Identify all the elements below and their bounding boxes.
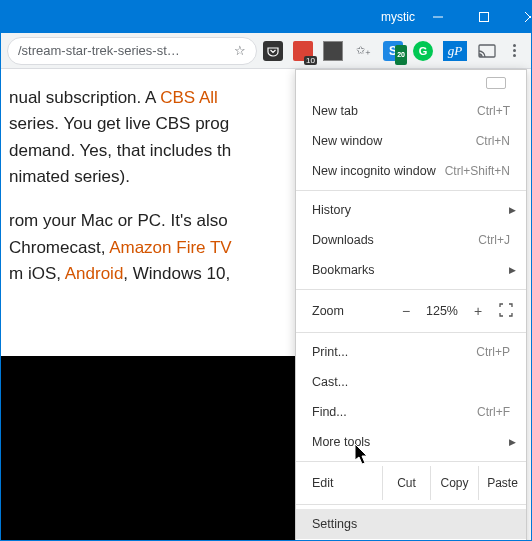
menu-item-downloads[interactable]: DownloadsCtrl+J bbox=[296, 225, 526, 255]
svg-rect-1 bbox=[480, 13, 489, 22]
chevron-right-icon: ▶ bbox=[509, 205, 516, 215]
content-link[interactable]: CBS All bbox=[160, 88, 218, 107]
menu-item-new-tab[interactable]: New tabCtrl+T bbox=[296, 96, 526, 126]
menu-item-incognito[interactable]: New incognito windowCtrl+Shift+N bbox=[296, 156, 526, 186]
maximize-button[interactable] bbox=[461, 1, 507, 33]
content-link[interactable]: Amazon Fire TV bbox=[109, 238, 232, 257]
chevron-right-icon: ▶ bbox=[509, 265, 516, 275]
menu-copy-button[interactable]: Copy bbox=[430, 466, 478, 500]
grammarly-extension-icon[interactable]: G bbox=[413, 41, 433, 61]
window-title: mystic bbox=[381, 10, 415, 24]
extension-badge: 20 bbox=[395, 45, 407, 65]
content-link[interactable]: Android bbox=[65, 264, 124, 283]
skype-extension-icon[interactable]: S20 bbox=[383, 41, 403, 61]
url-bar[interactable]: /stream-star-trek-series-st… ☆ bbox=[7, 37, 257, 65]
menu-item-bookmarks[interactable]: Bookmarks▶ bbox=[296, 255, 526, 285]
svg-point-5 bbox=[479, 55, 481, 57]
profile-icon[interactable] bbox=[486, 77, 506, 89]
menu-edit-row: Edit Cut Copy Paste bbox=[296, 466, 526, 500]
url-text: /stream-star-trek-series-st… bbox=[18, 43, 180, 58]
pocket-extension-icon[interactable] bbox=[263, 41, 283, 61]
menu-zoom-row: Zoom − 125% + bbox=[296, 294, 526, 328]
zoom-value: 125% bbox=[422, 304, 462, 318]
bookmark-star-icon[interactable]: ☆ bbox=[234, 43, 246, 58]
extension-badge: 10 bbox=[304, 56, 317, 65]
favorites-extension-icon[interactable]: ✩₊ bbox=[353, 41, 373, 61]
menu-paste-button[interactable]: Paste bbox=[478, 466, 526, 500]
close-button[interactable] bbox=[507, 1, 532, 33]
menu-item-find[interactable]: Find...Ctrl+F bbox=[296, 397, 526, 427]
fullscreen-button[interactable] bbox=[494, 303, 518, 320]
adblock-extension-icon[interactable]: 10 bbox=[293, 41, 313, 61]
chrome-menu-button[interactable] bbox=[503, 39, 525, 63]
chrome-main-menu: New tabCtrl+T New windowCtrl+N New incog… bbox=[295, 69, 527, 541]
menu-item-settings[interactable]: Settings bbox=[296, 509, 526, 539]
video-area bbox=[1, 356, 299, 540]
menu-cut-button[interactable]: Cut bbox=[382, 466, 430, 500]
gp-extension-icon[interactable]: gP bbox=[443, 41, 467, 61]
menu-item-cast[interactable]: Cast... bbox=[296, 367, 526, 397]
chevron-right-icon: ▶ bbox=[509, 437, 516, 447]
extension-icon[interactable] bbox=[323, 41, 343, 61]
menu-item-history[interactable]: History▶ bbox=[296, 195, 526, 225]
browser-toolbar: /stream-star-trek-series-st… ☆ 10 ✩₊ S20… bbox=[1, 33, 531, 69]
zoom-out-button[interactable]: − bbox=[394, 303, 418, 319]
window-titlebar: mystic bbox=[1, 1, 531, 33]
zoom-in-button[interactable]: + bbox=[466, 303, 490, 319]
menu-item-print[interactable]: Print...Ctrl+P bbox=[296, 337, 526, 367]
minimize-button[interactable] bbox=[415, 1, 461, 33]
menu-item-new-window[interactable]: New windowCtrl+N bbox=[296, 126, 526, 156]
cast-icon[interactable] bbox=[477, 41, 497, 61]
menu-item-more-tools[interactable]: More tools▶ bbox=[296, 427, 526, 457]
